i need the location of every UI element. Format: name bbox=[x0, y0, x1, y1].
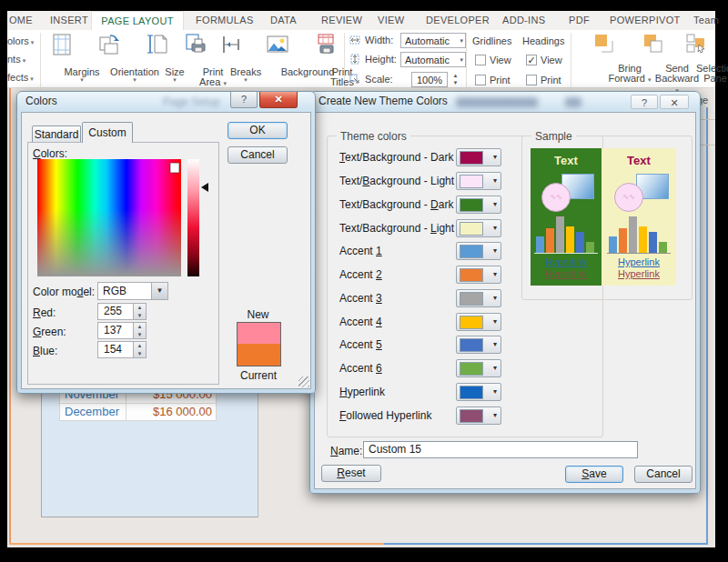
scale-input[interactable]: 100% bbox=[411, 72, 448, 87]
gradient-selection-marker[interactable] bbox=[170, 163, 179, 173]
help-button[interactable]: ? bbox=[230, 92, 258, 108]
print-titles-icon bbox=[314, 33, 338, 58]
blue-spinner[interactable]: ▲▼ bbox=[133, 341, 147, 358]
tab-custom[interactable]: Custom bbox=[82, 122, 133, 143]
bar bbox=[639, 226, 647, 253]
cell-value: $16 000.00 bbox=[153, 404, 212, 420]
color-swatch bbox=[460, 198, 483, 212]
theme-color-picker[interactable]: ▾ bbox=[456, 219, 501, 237]
theme-color-picker[interactable]: ▾ bbox=[456, 148, 501, 166]
ghost-remnant bbox=[565, 97, 581, 107]
orientation-icon bbox=[97, 33, 121, 58]
resize-grip[interactable] bbox=[298, 376, 309, 387]
width-select[interactable]: Automatic▾ bbox=[400, 33, 466, 48]
tab-developer[interactable]: DEVELOPER bbox=[426, 11, 490, 30]
red-input[interactable]: 255 bbox=[97, 303, 134, 320]
red-spinner[interactable]: ▲▼ bbox=[133, 303, 147, 320]
height-select[interactable]: Automatic▾ bbox=[400, 52, 466, 67]
theme-row-label: Accent 5 bbox=[339, 338, 382, 351]
bar bbox=[649, 232, 657, 253]
tab-pdf[interactable]: PDF bbox=[569, 11, 590, 30]
theme-color-picker[interactable]: ▾ bbox=[456, 196, 501, 214]
blue-label: Blue: bbox=[33, 345, 57, 357]
cancel-button[interactable]: Cancel bbox=[634, 466, 693, 483]
tab-insert[interactable]: INSERT bbox=[50, 11, 88, 30]
color-model-select[interactable]: RGB ▼ bbox=[97, 282, 168, 300]
bar bbox=[566, 226, 574, 253]
size-icon bbox=[146, 33, 169, 58]
green-spinner[interactable]: ▲▼ bbox=[133, 322, 147, 339]
reset-button[interactable]: Reset bbox=[321, 465, 381, 482]
luminance-slider-arrow[interactable] bbox=[201, 183, 208, 192]
scale-spinner[interactable]: ▲▼ bbox=[450, 72, 460, 87]
theme-color-picker[interactable]: ▾ bbox=[456, 336, 501, 354]
name-input[interactable]: Custom 15 bbox=[363, 441, 638, 458]
tab-powerpivot[interactable]: POWERPIVOT bbox=[610, 11, 681, 30]
sample-panel-dark: Text ∿∿ Hyperlink Hyperlink bbox=[531, 148, 602, 286]
tab-add-ins[interactable]: ADD-INS bbox=[502, 11, 545, 30]
theme-color-picker[interactable]: ▾ bbox=[456, 242, 501, 260]
sample-circle: ∿∿ bbox=[614, 183, 643, 212]
new-swatch-label: New bbox=[237, 308, 279, 321]
luminance-slider[interactable] bbox=[187, 159, 199, 276]
sample-bar-chart bbox=[609, 215, 669, 253]
cancel-button[interactable]: Cancel bbox=[228, 146, 288, 164]
color-swatch bbox=[460, 362, 483, 376]
theme-color-picker[interactable]: ▾ bbox=[456, 383, 501, 401]
tab-data[interactable]: DATA bbox=[270, 11, 297, 30]
headings-print-checkbox[interactable] bbox=[526, 75, 537, 85]
help-button[interactable]: ? bbox=[631, 95, 658, 109]
headings-header: Headings bbox=[522, 35, 564, 46]
tab-review[interactable]: REVIEW bbox=[321, 11, 362, 30]
page-break-line-left bbox=[9, 88, 11, 544]
gridlines-header: Gridlines bbox=[472, 35, 511, 46]
blue-input[interactable]: 154 bbox=[97, 341, 134, 358]
color-gradient-picker[interactable] bbox=[37, 159, 181, 276]
sample-axis bbox=[534, 253, 598, 254]
theme-color-picker[interactable]: ▾ bbox=[456, 172, 501, 190]
color-swatch bbox=[460, 268, 483, 282]
theme-color-picker[interactable]: ▾ bbox=[456, 313, 501, 331]
tab-formulas[interactable]: FORMULAS bbox=[196, 11, 254, 30]
themes-fonts-button[interactable]: nts▾ bbox=[7, 54, 25, 65]
headings-view-checkbox[interactable]: ✓ bbox=[526, 55, 537, 65]
theme-color-picker[interactable]: ▾ bbox=[456, 359, 501, 377]
name-label: Name: bbox=[330, 445, 362, 457]
theme-row-label: Accent 3 bbox=[339, 292, 382, 305]
green-input[interactable]: 137 bbox=[97, 322, 134, 339]
gridlines-print-checkbox[interactable] bbox=[475, 75, 486, 85]
sample-circle: ∿∿ bbox=[541, 183, 571, 212]
theme-color-picker[interactable]: ▾ bbox=[456, 406, 501, 425]
headings-view-label: View bbox=[541, 55, 562, 65]
gridlines-view-checkbox[interactable] bbox=[475, 55, 486, 65]
tab-page-layout[interactable]: PAGE LAYOUT bbox=[91, 11, 184, 31]
close-button[interactable]: ✕ bbox=[259, 92, 298, 108]
page-break-line-bottom-right bbox=[384, 543, 708, 545]
theme-row-label: Text/Background - Light 2 bbox=[339, 222, 463, 235]
bar bbox=[619, 228, 627, 253]
tab-home-partial[interactable]: OME bbox=[9, 11, 33, 30]
ghost-page-setup-title: Page Setup bbox=[163, 95, 220, 108]
theme-row-label: Hyperlink bbox=[339, 386, 385, 398]
tab-standard[interactable]: Standard bbox=[32, 125, 81, 143]
theme-color-picker[interactable]: ▾ bbox=[456, 289, 501, 307]
theme-color-picker[interactable]: ▾ bbox=[456, 266, 501, 284]
send-backward-icon bbox=[643, 34, 663, 55]
color-model-label: Color model: bbox=[33, 286, 95, 298]
bar bbox=[659, 242, 667, 253]
close-button[interactable]: ✕ bbox=[660, 95, 689, 109]
ribbon-tab-bar: OME INSERT PAGE LAYOUT FORMULAS DATA REV… bbox=[7, 11, 715, 31]
tab-view[interactable]: VIEW bbox=[378, 11, 404, 30]
save-button[interactable]: Save bbox=[565, 466, 623, 483]
color-swatch bbox=[460, 292, 483, 306]
bar bbox=[556, 216, 564, 253]
table-row[interactable]: December $16 000.00 bbox=[60, 404, 216, 420]
themes-colors-button[interactable]: olors▾ bbox=[7, 35, 34, 46]
dialog-title: Create New Theme Colors bbox=[318, 95, 448, 107]
theme-colors-group-label: Theme colors bbox=[337, 130, 410, 143]
themes-effects-button[interactable]: fects▾ bbox=[7, 72, 34, 83]
ok-button[interactable]: OK bbox=[228, 122, 288, 139]
tab-team[interactable]: Team bbox=[693, 11, 719, 30]
colors-dialog: Colors Page Setup ? ✕ Standard Custom Co… bbox=[16, 91, 316, 394]
theme-row-label: Accent 1 bbox=[339, 245, 382, 257]
